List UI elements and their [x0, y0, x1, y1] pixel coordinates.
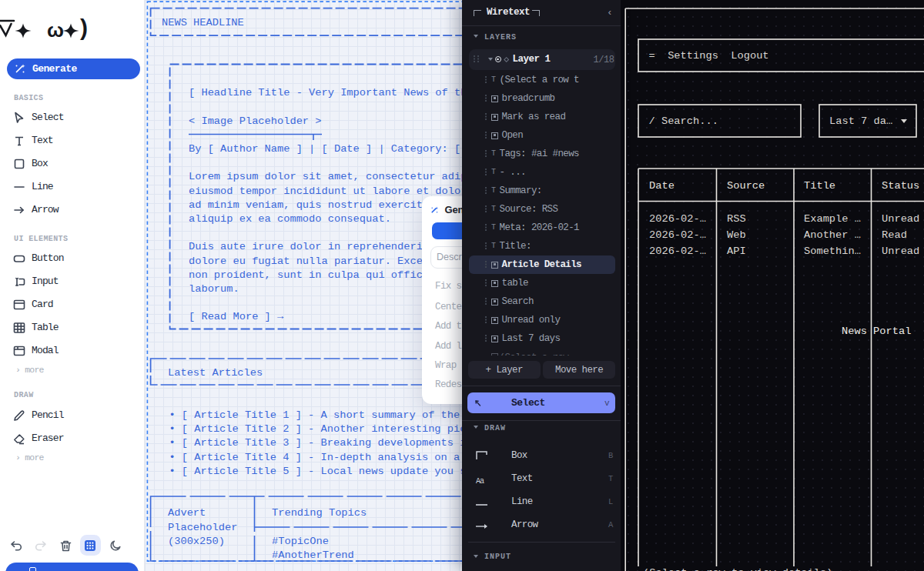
svg-text:): ) — [80, 15, 88, 40]
svg-text:ω: ω — [47, 18, 64, 42]
